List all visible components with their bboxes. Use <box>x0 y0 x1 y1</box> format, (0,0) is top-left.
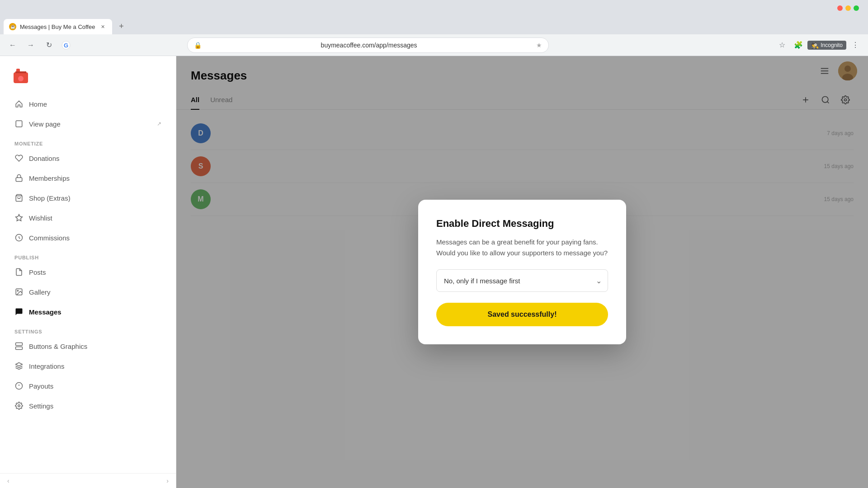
incognito-badge: 🕵️ Incognito <box>807 41 846 50</box>
modal-description: Messages can be a great benefit for your… <box>436 237 608 258</box>
svg-point-12 <box>17 290 18 291</box>
svg-point-16 <box>18 405 20 407</box>
sidebar-item-home-label: Home <box>29 100 47 108</box>
sidebar-item-donations[interactable]: Donations <box>7 148 169 168</box>
external-link-icon: ↗ <box>157 121 161 127</box>
sidebar-scroll-left[interactable]: ‹ <box>7 477 9 484</box>
sidebar-item-memberships[interactable]: Memberships <box>7 168 169 188</box>
svg-rect-7 <box>16 178 22 181</box>
incognito-label: Incognito <box>821 42 843 48</box>
sidebar-item-view-page[interactable]: View page ↗ <box>7 114 169 134</box>
posts-icon <box>14 267 24 277</box>
sidebar-nav: Home View page ↗ MONETIZE Donations <box>0 94 176 469</box>
sidebar-item-messages[interactable]: Messages <box>7 302 169 322</box>
address-text: buymeacoffee.com/app/messages <box>205 42 533 49</box>
sidebar: Home View page ↗ MONETIZE Donations <box>0 56 176 488</box>
sidebar-item-payouts-label: Payouts <box>29 382 53 390</box>
sidebar-item-home[interactable]: Home <box>7 94 169 114</box>
save-button[interactable]: Saved successfully! <box>436 303 608 326</box>
sidebar-scroll-down[interactable]: › <box>166 477 169 484</box>
browser-toolbar: ← → ↻ G 🔒 buymeacoffee.com/app/messages … <box>0 34 868 56</box>
svg-rect-4 <box>15 71 26 73</box>
svg-rect-13 <box>16 343 23 346</box>
sidebar-item-memberships-label: Memberships <box>29 174 70 182</box>
extension-button[interactable]: 🧩 <box>791 38 806 52</box>
browser-tabs: ☕ Messages | Buy Me a Coffee ✕ + <box>0 16 868 34</box>
tab-favicon: ☕ <box>9 23 16 30</box>
sidebar-scroll-controls: ‹ › <box>0 473 176 488</box>
svg-rect-14 <box>16 347 23 350</box>
sidebar-item-buttons-label: Buttons & Graphics <box>29 343 87 350</box>
main-content: Messages All Unread <box>176 56 868 488</box>
address-bar[interactable]: 🔒 buymeacoffee.com/app/messages ★ <box>187 38 549 53</box>
sidebar-item-shop-label: Shop (Extras) <box>29 194 71 202</box>
sidebar-item-wishlist[interactable]: Wishlist <box>7 208 169 228</box>
shop-icon <box>14 193 24 202</box>
sidebar-item-posts[interactable]: Posts <box>7 262 169 282</box>
view-page-icon <box>14 119 24 128</box>
messages-icon <box>14 307 24 316</box>
monetize-section-label: MONETIZE <box>7 134 169 148</box>
integrations-icon <box>14 361 24 371</box>
sidebar-item-integrations-label: Integrations <box>29 362 64 370</box>
back-button[interactable]: ← <box>5 38 20 52</box>
sidebar-item-commissions[interactable]: Commissions <box>7 228 169 248</box>
messaging-select-wrapper: No, only if I message first Yes, allow s… <box>436 269 608 292</box>
window-maximize[interactable] <box>854 5 859 11</box>
tab-title: Messages | Buy Me a Coffee <box>20 23 95 30</box>
enable-messaging-modal: Enable Direct Messaging Messages can be … <box>418 200 626 344</box>
sidebar-item-commissions-label: Commissions <box>29 234 70 242</box>
modal-overlay[interactable]: Enable Direct Messaging Messages can be … <box>176 56 868 488</box>
settings-icon <box>14 401 24 410</box>
sidebar-item-messages-label: Messages <box>29 308 61 316</box>
sidebar-item-view-page-label: View page <box>29 120 61 128</box>
sidebar-item-shop[interactable]: Shop (Extras) <box>7 188 169 208</box>
app-container: Home View page ↗ MONETIZE Donations <box>0 56 868 488</box>
svg-text:G: G <box>64 42 68 49</box>
reload-button[interactable]: ↻ <box>42 38 56 52</box>
logo-icon <box>11 65 31 85</box>
browser-chrome: ☕ Messages | Buy Me a Coffee ✕ + ← → ↻ G… <box>0 0 868 56</box>
sidebar-item-settings[interactable]: Settings <box>7 396 169 416</box>
menu-button[interactable]: ⋮ <box>848 38 863 52</box>
toolbar-right: ☆ 🧩 🕵️ Incognito ⋮ <box>775 38 863 52</box>
browser-titlebar <box>0 0 868 16</box>
google-icon: G <box>60 39 72 52</box>
sidebar-item-integrations[interactable]: Integrations <box>7 356 169 376</box>
sidebar-item-settings-label: Settings <box>29 402 53 410</box>
svg-point-5 <box>18 76 24 81</box>
forward-button[interactable]: → <box>24 38 38 52</box>
svg-marker-9 <box>16 215 23 221</box>
bookmark-button[interactable]: ☆ <box>775 38 789 52</box>
memberships-icon <box>14 174 24 183</box>
home-icon <box>14 99 24 108</box>
svg-rect-6 <box>16 121 22 127</box>
commissions-icon <box>14 233 24 242</box>
donations-icon <box>14 154 24 163</box>
wishlist-icon <box>14 213 24 222</box>
sidebar-logo <box>0 56 176 94</box>
sidebar-item-donations-label: Donations <box>29 155 60 162</box>
settings-section-label: SETTINGS <box>7 322 169 336</box>
payouts-icon <box>14 381 24 390</box>
modal-title: Enable Direct Messaging <box>436 218 608 230</box>
sidebar-item-gallery-label: Gallery <box>29 288 51 296</box>
gallery-icon <box>14 287 24 296</box>
sidebar-item-gallery[interactable]: Gallery <box>7 282 169 302</box>
buttons-icon <box>14 342 24 351</box>
messaging-select[interactable]: No, only if I message first Yes, allow s… <box>436 269 608 292</box>
active-tab[interactable]: ☕ Messages | Buy Me a Coffee ✕ <box>4 19 112 34</box>
publish-section-label: PUBLISH <box>7 248 169 262</box>
tab-close-button[interactable]: ✕ <box>99 23 107 31</box>
window-minimize[interactable] <box>845 5 851 11</box>
sidebar-item-buttons-graphics[interactable]: Buttons & Graphics <box>7 336 169 356</box>
sidebar-item-payouts[interactable]: Payouts <box>7 376 169 396</box>
window-close[interactable] <box>837 5 843 11</box>
new-tab-button[interactable]: + <box>114 19 128 33</box>
sidebar-item-posts-label: Posts <box>29 268 46 276</box>
sidebar-item-wishlist-label: Wishlist <box>29 214 52 222</box>
